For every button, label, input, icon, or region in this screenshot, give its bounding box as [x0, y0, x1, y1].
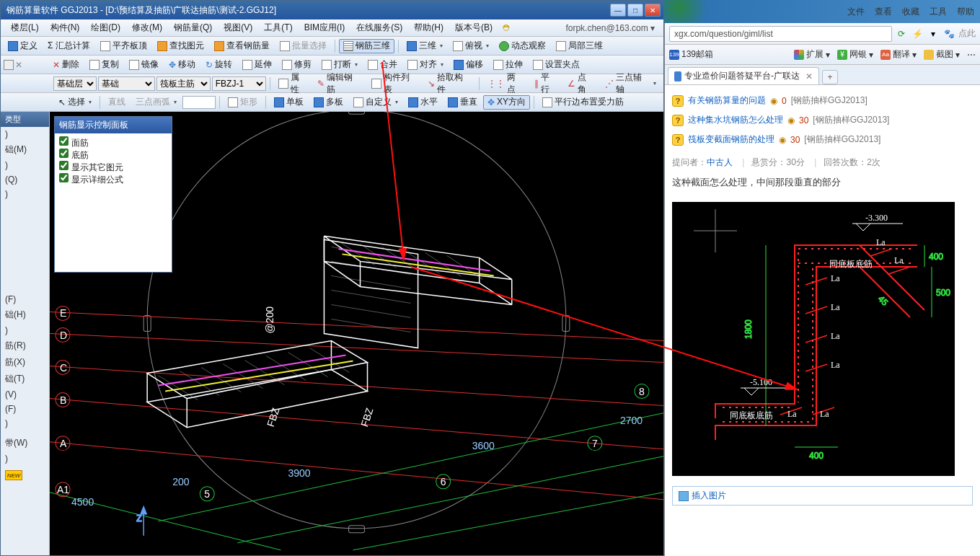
- tree-item[interactable]: (F): [1, 292, 49, 306]
- flash-icon[interactable]: ⚡: [911, 27, 924, 40]
- more-icon[interactable]: ⋯: [967, 50, 976, 60]
- sum-button[interactable]: Σ 汇总计算: [43, 39, 94, 53]
- select-tool[interactable]: ↖选择▾: [54, 95, 96, 110]
- aux3-button[interactable]: ⋰三点辅轴▾: [601, 76, 661, 91]
- 3d-viewport[interactable]: 钢筋显示控制面板 面筋 底筋 显示其它图元 显示详细公式: [50, 112, 663, 555]
- horiz-button[interactable]: 水平: [404, 95, 442, 110]
- setpoint-button[interactable]: 设置夹点: [529, 58, 584, 72]
- tab-close-icon[interactable]: ✕: [805, 71, 813, 81]
- question-link[interactable]: 有关钢筋算量的问题: [688, 94, 766, 107]
- break-button[interactable]: 打断▾: [317, 58, 362, 72]
- tree-item[interactable]: (Q): [1, 172, 49, 187]
- menu-bim[interactable]: BIM应用(I): [299, 22, 351, 34]
- ext-link[interactable]: 扩展 ▾: [794, 48, 830, 61]
- cube-3d-button[interactable]: 三维▾: [402, 39, 447, 53]
- twopoint-button[interactable]: ⋮⋮两点: [483, 76, 528, 91]
- tree-item[interactable]: (V): [1, 387, 49, 402]
- xy-direction-button[interactable]: ✥XY方向: [483, 95, 530, 110]
- chevron-down-icon[interactable]: ▾: [927, 27, 940, 40]
- dynamic-observe-button[interactable]: 动态观察: [495, 39, 550, 53]
- bmenu-tools[interactable]: 工具: [930, 6, 947, 18]
- tree-item[interactable]: ): [1, 187, 49, 201]
- opt-bottom-rebar[interactable]: 底筋: [59, 149, 167, 161]
- vert-button[interactable]: 垂直: [443, 95, 482, 110]
- multi-board-button[interactable]: 多板: [309, 95, 348, 110]
- trim-button[interactable]: 修剪: [278, 58, 316, 72]
- rotate-button[interactable]: ↻旋转: [201, 58, 237, 72]
- property-button[interactable]: 属性: [274, 76, 312, 91]
- browser-tab[interactable]: 专业造价问题答疑平台-广联达 ✕: [668, 67, 819, 84]
- tree-item[interactable]: (F): [1, 402, 49, 416]
- fcode-select[interactable]: FBZJ-1: [212, 76, 266, 91]
- tree-item[interactable]: 础(T): [1, 371, 49, 387]
- layer-select[interactable]: 基础层: [53, 76, 96, 91]
- bank-link[interactable]: ¥网银 ▾: [837, 48, 873, 61]
- copy-button[interactable]: 复制: [85, 58, 123, 72]
- pin-icon[interactable]: [4, 60, 14, 70]
- align-button[interactable]: 对齐▾: [403, 58, 448, 72]
- local-3d-button[interactable]: 局部三维: [552, 39, 607, 53]
- merge-button[interactable]: 合并: [363, 58, 402, 72]
- minimize-button[interactable]: —: [610, 4, 626, 17]
- bmenu-file[interactable]: 文件: [847, 6, 865, 18]
- bmenu-view[interactable]: 查看: [875, 6, 892, 18]
- point-angle-button[interactable]: ∠点角: [563, 76, 599, 91]
- opt-top-rebar[interactable]: 面筋: [59, 136, 167, 149]
- tree-item[interactable]: 筋(R): [1, 337, 49, 354]
- batch-select-button[interactable]: 批量选择: [275, 39, 331, 53]
- bmenu-fav[interactable]: 收藏: [902, 6, 919, 18]
- stretch-button[interactable]: 拉伸: [489, 58, 527, 72]
- search-hint[interactable]: 点此: [958, 27, 976, 40]
- menu-tools[interactable]: 工具(T): [258, 22, 298, 34]
- view-steel-button[interactable]: 查看钢筋量: [210, 39, 274, 53]
- menu-modify[interactable]: 修改(M): [126, 22, 168, 34]
- url-input[interactable]: xgx.com/question/giml/list: [669, 26, 892, 42]
- flat-button[interactable]: 平齐板顶: [96, 39, 151, 53]
- menu-floor[interactable]: 楼层(L): [5, 22, 45, 34]
- insert-image-button[interactable]: 插入图片: [672, 486, 973, 506]
- rect-tool[interactable]: 矩形: [224, 95, 262, 110]
- close-button[interactable]: ✕: [645, 4, 661, 17]
- menu-version[interactable]: 版本号(B): [449, 22, 498, 34]
- tree-item[interactable]: ): [1, 127, 49, 141]
- tree-item[interactable]: 础(H): [1, 306, 49, 323]
- bmenu-help[interactable]: 帮助: [957, 6, 974, 18]
- find-button[interactable]: 查找图元: [153, 39, 208, 53]
- draw-input[interactable]: [182, 96, 216, 109]
- single-board-button[interactable]: 单板: [270, 95, 308, 110]
- menu-draw[interactable]: 绘图(D): [85, 22, 126, 34]
- tree-item[interactable]: ): [1, 158, 49, 172]
- translate-link[interactable]: Aa翻译 ▾: [880, 48, 917, 61]
- tree-item[interactable]: ): [1, 451, 49, 466]
- pick-component-button[interactable]: ↘拾取构件: [423, 76, 475, 91]
- define-button[interactable]: 定义: [4, 39, 42, 53]
- move-button[interactable]: ✥移动: [164, 58, 200, 72]
- menu-online[interactable]: 在线服务(S): [350, 22, 408, 34]
- extend-button[interactable]: 延伸: [238, 58, 276, 72]
- line-tool[interactable]: 直线: [104, 95, 130, 110]
- tree-item[interactable]: 带(W): [1, 435, 49, 451]
- edge-rebar-button[interactable]: 平行边布置受力筋: [538, 95, 628, 110]
- edit-steel-button[interactable]: ✎编辑钢筋: [313, 76, 365, 91]
- ftype-select[interactable]: 筏板主筋: [156, 76, 211, 91]
- kind-select[interactable]: 基础: [98, 76, 155, 91]
- menu-view[interactable]: 视图(V): [218, 22, 258, 34]
- menu-help[interactable]: 帮助(H): [408, 22, 449, 34]
- delete-button[interactable]: ✕删除: [48, 58, 84, 72]
- tree-item[interactable]: 础(M): [1, 141, 49, 158]
- arc3-tool[interactable]: 三点画弧▾: [131, 95, 181, 110]
- maximize-button[interactable]: □: [627, 4, 643, 17]
- offset-button[interactable]: 偏移: [449, 58, 487, 72]
- paw-icon[interactable]: 🐾: [943, 27, 955, 40]
- refresh-icon[interactable]: ⟳: [895, 27, 908, 40]
- new-tab-button[interactable]: +: [822, 70, 838, 84]
- ortho-button[interactable]: 俯视▾: [449, 39, 493, 53]
- tree-item[interactable]: 筋(X): [1, 354, 49, 371]
- menu-component[interactable]: 构件(N): [45, 22, 86, 34]
- steel-3d-button[interactable]: 钢筋三维: [339, 39, 394, 53]
- parallel-button[interactable]: ∥平行: [530, 76, 562, 91]
- question-link[interactable]: 这种集水坑钢筋怎么处理: [688, 114, 783, 126]
- tree-item[interactable]: ): [1, 323, 49, 337]
- custom-button[interactable]: 自定义▾: [349, 95, 402, 110]
- component-list-button[interactable]: 构件列表: [367, 76, 422, 91]
